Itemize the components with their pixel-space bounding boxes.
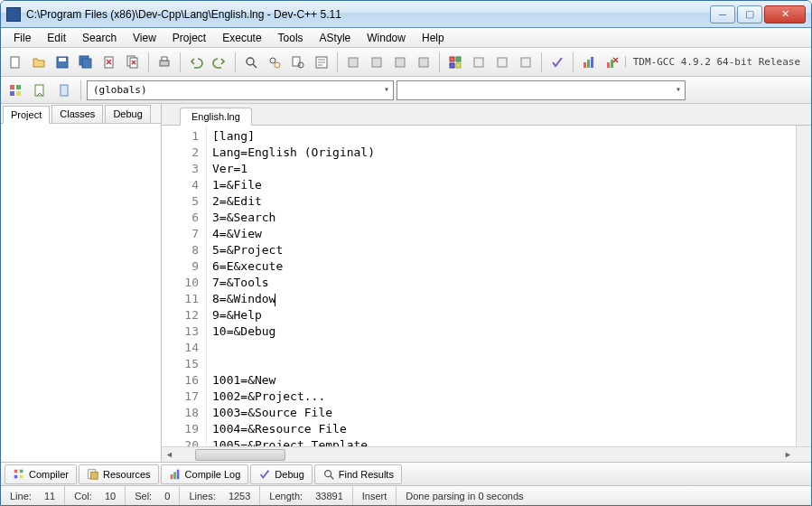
btab-debug[interactable]: Debug [250, 464, 312, 484]
print-button[interactable] [154, 52, 175, 73]
code-line[interactable]: 1003=&Source File [212, 405, 790, 421]
menu-search[interactable]: Search [75, 30, 124, 46]
rebuild-button[interactable] [413, 52, 434, 73]
status-sel: Sel: 0 [126, 486, 180, 505]
minimize-button[interactable]: ─ [710, 5, 735, 23]
scroll-right-icon[interactable]: ► [780, 447, 796, 462]
btab-resources[interactable]: Resources [79, 464, 159, 484]
svg-rect-23 [456, 63, 461, 68]
btab-find-results[interactable]: Find Results [314, 464, 402, 484]
code-line[interactable]: Ver=1 [212, 161, 790, 177]
compile-button[interactable] [342, 52, 364, 73]
scroll-left-icon[interactable]: ◄ [162, 447, 177, 462]
run-button[interactable] [366, 52, 387, 73]
open-button[interactable] [28, 52, 50, 73]
code-line[interactable]: 1=&File [212, 177, 790, 193]
stop-button[interactable] [468, 52, 490, 73]
debug-button[interactable] [444, 52, 466, 73]
svg-rect-45 [173, 472, 176, 479]
code-view[interactable]: [lang]Lang=English (Original)Ver=11=&Fil… [207, 126, 796, 446]
status-mode: Insert [353, 486, 397, 505]
compile-run-button[interactable] [389, 52, 411, 73]
close-button[interactable]: ✕ [764, 5, 806, 23]
save-button[interactable] [51, 52, 73, 73]
save-all-button[interactable] [75, 52, 97, 73]
profile2-button[interactable] [515, 52, 537, 73]
editor[interactable]: 1234567891011121314151617181920212223 [l… [162, 126, 811, 446]
code-line[interactable]: 3=&Search [212, 210, 790, 226]
svg-rect-44 [170, 474, 173, 479]
class-browser-button[interactable] [5, 80, 26, 101]
profile-button[interactable] [491, 52, 513, 73]
check-button[interactable] [546, 52, 568, 73]
code-line[interactable]: 1005=&Project Template... [212, 437, 790, 446]
code-line[interactable] [212, 340, 790, 356]
code-line[interactable]: 6=E&xecute [212, 258, 790, 275]
code-line[interactable]: 10=&Debug [212, 323, 790, 340]
scope-combo[interactable]: (globals) [87, 80, 394, 100]
btab-compiler[interactable]: Compiler [5, 464, 77, 484]
code-line[interactable]: 1001=&New [212, 372, 790, 389]
file-tabs: English.lng [162, 104, 811, 126]
menu-file[interactable]: File [6, 30, 38, 46]
menu-execute[interactable]: Execute [215, 30, 268, 46]
svg-point-12 [275, 62, 280, 68]
code-line[interactable]: 5=&Project [212, 242, 790, 258]
code-line[interactable]: 7=&Tools [212, 275, 790, 291]
goto-button[interactable] [311, 52, 332, 73]
statusbar: Line: 11 Col: 10 Sel: 0 Lines: 1253 Leng… [1, 485, 811, 505]
chart-button[interactable] [578, 52, 600, 73]
redo-button[interactable] [209, 52, 230, 73]
code-line[interactable] [212, 356, 790, 372]
menu-edit[interactable]: Edit [40, 30, 73, 46]
undo-button[interactable] [185, 52, 207, 73]
svg-point-11 [270, 58, 275, 63]
project-tree[interactable] [1, 124, 161, 462]
code-line[interactable]: 4=&View [212, 226, 790, 242]
find-in-files-button[interactable] [287, 52, 309, 73]
svg-rect-4 [82, 59, 91, 68]
svg-rect-22 [450, 63, 454, 68]
delete-chart-button[interactable] [602, 52, 623, 73]
menu-view[interactable]: View [126, 30, 163, 46]
new-class-button[interactable] [29, 80, 51, 101]
btab-compile-log[interactable]: Compile Log [161, 464, 249, 484]
menu-window[interactable]: Window [359, 30, 413, 46]
code-line[interactable]: 9=&Help [212, 307, 790, 323]
code-line[interactable]: Lang=English (Original) [212, 145, 790, 161]
titlebar[interactable]: C:\Program Files (x86)\Dev-Cpp\Lang\Engl… [1, 1, 811, 28]
app-icon [6, 7, 21, 22]
vertical-scrollbar[interactable] [796, 126, 811, 446]
replace-button[interactable] [264, 52, 285, 73]
tab-debug[interactable]: Debug [105, 105, 150, 123]
menu-help[interactable]: Help [415, 30, 452, 46]
code-line[interactable]: 1002=&Project... [212, 389, 790, 405]
svg-rect-24 [474, 58, 483, 67]
menu-tools[interactable]: Tools [271, 30, 311, 46]
svg-rect-13 [293, 57, 300, 66]
new-file-button[interactable] [5, 52, 26, 73]
menu-project[interactable]: Project [165, 30, 213, 46]
code-line[interactable]: 1004=&Resource File [212, 421, 790, 437]
code-line[interactable]: [lang] [212, 128, 790, 145]
close-all-button[interactable] [122, 52, 144, 73]
code-line[interactable]: 8=&Window [212, 291, 790, 307]
close-file-button[interactable] [98, 52, 120, 73]
member-combo[interactable] [397, 80, 686, 100]
tab-classes[interactable]: Classes [51, 105, 103, 123]
svg-rect-20 [450, 57, 454, 61]
scroll-thumb[interactable] [195, 449, 285, 461]
line-gutter: 1234567891011121314151617181920212223 [162, 126, 207, 446]
menu-astyle[interactable]: AStyle [313, 30, 359, 46]
svg-rect-16 [349, 58, 358, 67]
tab-project[interactable]: Project [3, 106, 50, 124]
file-tab-active[interactable]: English.lng [180, 108, 252, 126]
bookmark-button[interactable] [53, 80, 75, 101]
compiler-selector[interactable]: TDM-GCC 4.9.2 64-bit Release [625, 56, 807, 68]
find-button[interactable] [240, 52, 262, 73]
horizontal-scrollbar[interactable]: ◄ ► [162, 446, 811, 462]
code-line[interactable]: 2=&Edit [212, 193, 790, 210]
maximize-button[interactable]: ▢ [737, 5, 762, 23]
svg-rect-46 [176, 469, 179, 479]
svg-rect-38 [14, 469, 18, 473]
